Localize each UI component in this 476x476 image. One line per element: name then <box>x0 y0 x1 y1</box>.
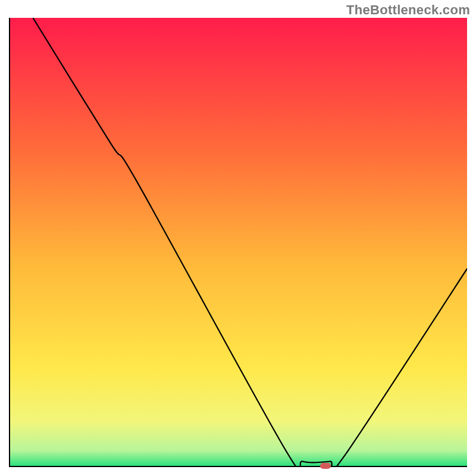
sweet-spot-marker <box>320 463 331 469</box>
plot-frame <box>9 18 467 467</box>
heat-gradient-bg <box>10 18 467 466</box>
attribution-label: TheBottleneck.com <box>346 2 470 18</box>
plot-svg <box>10 18 467 466</box>
bottleneck-chart: TheBottleneck.com <box>0 0 476 476</box>
